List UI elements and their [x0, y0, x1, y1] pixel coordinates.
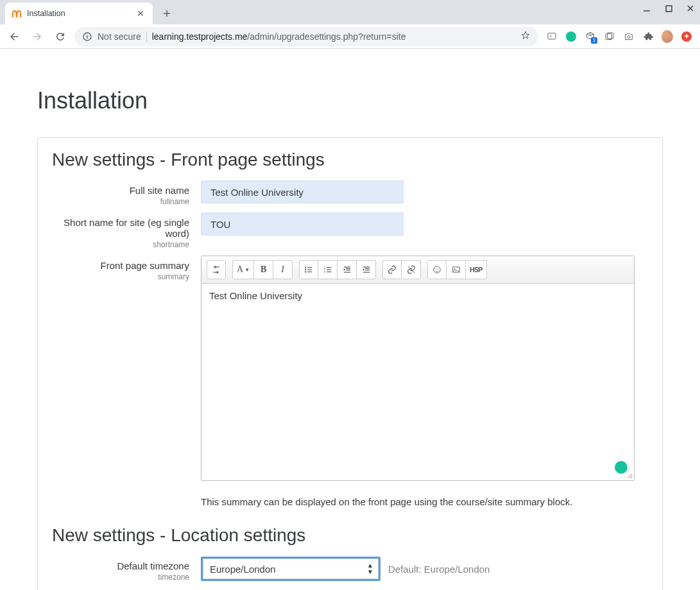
indent-button[interactable]: [357, 260, 376, 279]
extension-icon[interactable]: [604, 31, 615, 42]
timezone-label: Default timezone: [52, 560, 189, 571]
bullet-list-button[interactable]: [299, 260, 318, 279]
profile-avatar[interactable]: [662, 31, 673, 42]
svg-rect-22: [363, 266, 370, 267]
svg-rect-17: [327, 272, 331, 272]
settings-card: New settings - Front page settings Full …: [37, 137, 663, 590]
paragraph-style-button[interactable]: A▼: [232, 260, 254, 279]
svg-rect-15: [327, 269, 331, 270]
svg-text:3: 3: [323, 270, 325, 273]
grammarly-extension-icon[interactable]: [565, 31, 577, 42]
unlink-button[interactable]: [402, 260, 421, 279]
emoji-button[interactable]: [427, 260, 447, 279]
italic-button[interactable]: I: [273, 260, 293, 279]
browser-toolbar: Not secure learning.testprojects.me/admi…: [0, 24, 700, 49]
fullname-setting-name: fullname: [52, 197, 189, 206]
svg-rect-13: [327, 267, 331, 268]
timezone-default-hint: Default: Europe/London: [388, 564, 490, 575]
extensions-menu-icon[interactable]: [642, 31, 654, 42]
section-title-frontpage: New settings - Front page settings: [52, 150, 648, 170]
svg-rect-23: [365, 268, 370, 269]
forward-button[interactable]: [28, 28, 46, 46]
section-title-location: New settings - Location settings: [52, 525, 648, 546]
page-title: Installation: [37, 87, 663, 114]
url-text: learning.testprojects.me/admin/upgradese…: [152, 31, 406, 42]
svg-rect-7: [307, 267, 312, 268]
window-maximize-icon[interactable]: [663, 4, 674, 14]
back-button[interactable]: [5, 28, 23, 46]
svg-point-6: [305, 266, 306, 268]
svg-point-26: [434, 266, 441, 273]
svg-rect-24: [365, 270, 370, 270]
svg-rect-9: [307, 269, 312, 270]
image-button[interactable]: [447, 260, 466, 279]
svg-rect-19: [346, 268, 350, 269]
editor-toolbar: A▼ B I 123: [201, 256, 634, 284]
h5p-button[interactable]: H5P: [466, 260, 487, 279]
link-button[interactable]: [382, 260, 402, 279]
svg-point-8: [305, 269, 306, 270]
svg-point-27: [436, 268, 436, 269]
svg-rect-20: [346, 270, 350, 270]
svg-point-10: [305, 271, 306, 272]
svg-rect-0: [666, 6, 672, 12]
bookmark-icon[interactable]: [520, 30, 531, 42]
fullname-input[interactable]: [201, 180, 404, 204]
toolbar-toggle-icon[interactable]: [207, 260, 226, 279]
svg-rect-18: [343, 266, 350, 267]
camera-extension-icon[interactable]: [623, 31, 635, 42]
shortname-input[interactable]: [201, 213, 404, 236]
summary-help-text: This summary can be displayed on the fro…: [201, 496, 648, 507]
security-status: Not secure: [98, 31, 147, 42]
rich-text-editor: A▼ B I 123: [201, 256, 635, 481]
address-bar[interactable]: Not secure learning.testprojects.me/admi…: [74, 27, 538, 46]
bold-button[interactable]: B: [254, 260, 273, 279]
browser-tab[interactable]: Installation ✕: [5, 3, 153, 24]
tab-title: Installation: [27, 9, 130, 18]
moodle-favicon: [12, 8, 22, 19]
resize-handle[interactable]: [625, 471, 633, 479]
reload-button[interactable]: [51, 28, 69, 46]
shortname-label: Short name for site (eg single word): [52, 217, 189, 239]
svg-point-5: [627, 35, 630, 38]
shortname-setting-name: shortname: [52, 240, 189, 249]
window-close-icon[interactable]: [685, 4, 696, 14]
outdent-button[interactable]: [337, 260, 357, 279]
new-tab-button[interactable]: [158, 4, 176, 22]
svg-rect-11: [307, 272, 312, 272]
svg-point-28: [438, 268, 438, 269]
page-viewport[interactable]: Installation New settings - Front page s…: [0, 49, 700, 590]
numbered-list-button[interactable]: 123: [318, 260, 337, 279]
summary-label: Front page summary: [52, 260, 189, 271]
extension-red-icon[interactable]: ✦: [681, 31, 692, 42]
svg-rect-21: [343, 272, 350, 273]
timezone-setting-name: timezone: [52, 573, 189, 582]
timezone-select[interactable]: Europe/London: [203, 559, 379, 579]
editor-content-area[interactable]: Test Online University: [201, 284, 634, 480]
extension-cube-icon[interactable]: [585, 31, 596, 42]
fullname-label: Full site name: [52, 185, 189, 196]
svg-rect-25: [363, 272, 370, 273]
summary-setting-name: summary: [52, 272, 189, 281]
extension-icon[interactable]: [546, 31, 558, 42]
info-icon: [82, 31, 92, 42]
browser-tab-strip: Installation ✕: [0, 0, 700, 24]
window-minimize-icon[interactable]: [641, 4, 653, 14]
close-tab-icon[interactable]: ✕: [135, 8, 146, 19]
